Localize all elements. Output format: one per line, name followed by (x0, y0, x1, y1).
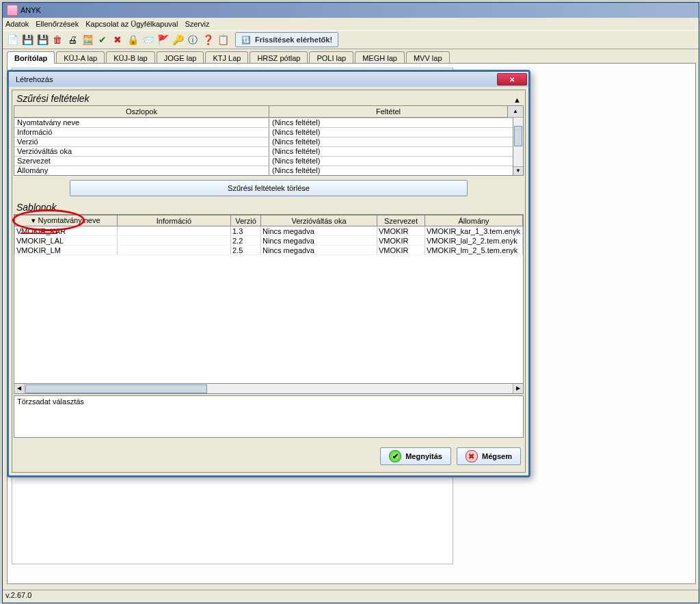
table-row[interactable]: VMOKIR_LAL2.2Nincs megadvaVMOKIRVMOKIR_l… (15, 236, 523, 246)
templates-header[interactable]: Állomány (425, 215, 523, 226)
templates-header[interactable]: Információ (118, 215, 231, 226)
scroll-up-icon[interactable]: ▲ (508, 106, 523, 118)
tab-hrsz[interactable]: HRSZ pótlap (250, 51, 308, 64)
close-doc-icon[interactable]: ✖ (111, 33, 124, 47)
filter-cell-col: Szervezet (14, 157, 269, 166)
scroll-left-icon[interactable]: ◀ (14, 384, 25, 393)
hscroll-thumb[interactable] (25, 384, 207, 393)
filter-header: Oszlopok Feltétel ▲ (14, 106, 523, 118)
filter-row[interactable]: Verzióváltás oka(Nincs feltétel) (14, 146, 513, 156)
filter-row[interactable]: Információ(Nincs feltétel) (14, 127, 513, 137)
filter-row[interactable]: Nyomtatvány neve(Nincs feltétel) (14, 118, 513, 127)
templates-header[interactable]: Verzióváltás oka (261, 215, 377, 226)
tab-boritolap[interactable]: Borítólap (7, 51, 55, 64)
table-cell: VMOKIR (377, 236, 425, 246)
lock-icon[interactable]: 🔒 (126, 33, 139, 47)
cancel-button[interactable]: ✖ Mégsem (457, 447, 521, 465)
table-cell: 2.5 (231, 246, 261, 255)
notes-icon[interactable]: 📋 (216, 33, 230, 47)
templates-header[interactable]: Verzió (231, 215, 261, 226)
save-icon[interactable]: 💾 (21, 33, 34, 47)
save-as-icon[interactable]: 💾 (36, 33, 49, 47)
table-cell (118, 246, 231, 255)
menu-szerviz[interactable]: Szerviz (185, 20, 209, 28)
filter-cell-col: Verzióváltás oka (14, 147, 269, 156)
cancel-icon: ✖ (466, 450, 478, 462)
filter-section-title: Szűrési feltételek (14, 92, 524, 105)
filter-cell-col: Verzió (14, 137, 269, 146)
info-icon[interactable]: ⓘ (186, 33, 200, 47)
tab-ktj[interactable]: KTJ Lap (205, 51, 248, 64)
statusbar: v.2.67.0 (3, 590, 699, 603)
updates-banner[interactable]: 🔃 Frissítések elérhetők! (235, 32, 338, 47)
calc-icon[interactable]: 🧮 (81, 33, 94, 47)
table-cell: Nincs megadva (261, 236, 377, 246)
filter-rows: Nyomtatvány neve(Nincs feltétel)Informác… (14, 118, 513, 175)
filter-cell-cond: (Nincs feltétel) (269, 128, 513, 137)
table-row[interactable]: VMOKIR_KAR1.3Nincs megadvaVMOKIRVMOKIR_k… (15, 226, 523, 236)
java-icon (7, 5, 18, 16)
filter-row[interactable]: Állomány(Nincs feltétel) (14, 166, 513, 175)
scroll-right-icon[interactable]: ▶ (513, 384, 523, 393)
filter-cell-cond: (Nincs feltétel) (269, 147, 513, 156)
tab-kuj-a[interactable]: KÜJ-A lap (56, 51, 105, 64)
open-icon: ✔ (389, 450, 401, 462)
templates-header[interactable]: Szervezet (377, 215, 425, 226)
filter-header-columns: Oszlopok (14, 106, 269, 117)
torzsadat-label: Törzsadat választás (14, 396, 523, 407)
table-cell: VMOKIR_kar_1_3.tem.enyk (425, 226, 523, 236)
filter-scrollbar[interactable]: ▼ (513, 118, 523, 175)
templates-header[interactable]: ▾ Nyomtatvány neve (15, 215, 118, 226)
table-cell: VMOKIR_LAL (15, 236, 118, 246)
filter-cell-cond: (Nincs feltétel) (269, 118, 513, 127)
dialog-buttons: ✔ Megnyitás ✖ Mégsem (14, 447, 524, 465)
main-titlebar[interactable]: ÁNYK (3, 3, 699, 18)
templates-table[interactable]: ▾ Nyomtatvány neveInformációVerzióVerzió… (14, 214, 524, 384)
table-cell: VMOKIR_lal_2_2.tem.enyk (425, 236, 523, 246)
send-icon[interactable]: 📨 (141, 33, 154, 47)
menu-adatok[interactable]: Adatok (5, 20, 29, 28)
dialog-titlebar[interactable]: Létrehozás ✕ (9, 72, 528, 87)
scrollbar-thumb[interactable] (514, 126, 522, 146)
collapse-icon[interactable]: ▲ (513, 96, 521, 104)
tab-poli[interactable]: POLI lap (309, 51, 353, 64)
scroll-down-icon[interactable]: ▼ (513, 166, 523, 175)
table-cell: VMOKIR_lm_2_5.tem.enyk (425, 246, 523, 255)
open-button-label: Megnyitás (405, 452, 442, 460)
tabbar: Borítólap KÜJ-A lap KÜJ-B lap JOGE lap K… (3, 49, 699, 63)
tab-mvv[interactable]: MVV lap (406, 51, 450, 64)
filter-cell-cond: (Nincs feltétel) (269, 166, 513, 175)
table-cell (118, 226, 231, 236)
create-dialog: Létrehozás ✕ Szűrési feltételek ▲ Oszlop… (7, 70, 530, 477)
tab-megh[interactable]: MEGH lap (355, 51, 405, 64)
table-row[interactable]: VMOKIR_LM2.5Nincs megadvaVMOKIRVMOKIR_lm… (15, 246, 523, 255)
filter-row[interactable]: Verzió(Nincs feltétel) (14, 137, 513, 146)
torzsadat-panel: Törzsadat választás (14, 395, 524, 438)
filter-row[interactable]: Szervezet(Nincs feltétel) (14, 156, 513, 166)
cancel-button-label: Mégsem (482, 452, 512, 460)
clear-filters-button[interactable]: Szűrési feltételek törlése (70, 180, 468, 196)
table-cell: 1.3 (231, 226, 261, 236)
tab-joge[interactable]: JOGE lap (157, 51, 204, 64)
table-cell: VMOKIR_LM (15, 246, 118, 255)
check-icon[interactable]: ✔ (96, 33, 109, 47)
version-label: v.2.67.0 (5, 591, 31, 599)
flag-icon[interactable]: 🚩 (156, 33, 170, 47)
table-cell: VMOKIR (377, 226, 425, 236)
refresh-icon: 🔃 (241, 36, 251, 44)
new-icon[interactable]: 📄 (5, 33, 19, 47)
help-icon[interactable]: ❓ (201, 33, 215, 47)
delete-icon[interactable]: 🗑 (51, 33, 64, 47)
templates-hscrollbar[interactable]: ◀ ▶ (14, 384, 524, 394)
dialog-close-button[interactable]: ✕ (497, 73, 527, 86)
key-icon[interactable]: 🔑 (171, 33, 185, 47)
table-cell: Nincs megadva (261, 226, 377, 236)
menu-kapcsolat[interactable]: Kapcsolat az Ügyfélkapuval (85, 20, 178, 28)
tab-kuj-b[interactable]: KÜJ-B lap (106, 51, 155, 64)
open-button[interactable]: ✔ Megnyitás (380, 447, 451, 465)
filter-table: Oszlopok Feltétel ▲ Nyomtatvány neve(Nin… (14, 105, 524, 176)
filter-header-condition: Feltétel (269, 106, 507, 117)
print-icon[interactable]: 🖨 (66, 33, 79, 47)
annotation-strike (21, 233, 57, 234)
menu-ellenorzesek[interactable]: Ellenőrzések (36, 20, 79, 28)
